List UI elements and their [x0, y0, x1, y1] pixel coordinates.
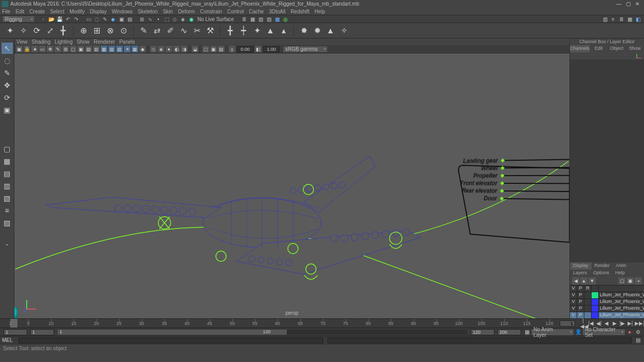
- undo-icon[interactable]: ↶: [64, 15, 71, 23]
- vp-cam-select-icon[interactable]: ▣: [16, 46, 23, 52]
- shelf-parent-icon[interactable]: ╋: [225, 25, 236, 36]
- vp-textured-icon[interactable]: ▨: [116, 46, 123, 52]
- vp-safe-icon[interactable]: ▥: [93, 46, 100, 52]
- layout-two-h-icon[interactable]: ▤: [2, 168, 13, 179]
- tab-options[interactable]: Options: [590, 270, 612, 277]
- paint-tool[interactable]: ✎: [2, 67, 13, 79]
- rotate-tool[interactable]: ⟳: [2, 92, 13, 103]
- manip-axes-icon[interactable]: [635, 53, 642, 59]
- vp-img-plane-icon[interactable]: ▭: [39, 46, 46, 52]
- shelf-wrap-icon[interactable]: ▲: [325, 25, 336, 36]
- render-view-icon[interactable]: ▦: [249, 15, 256, 23]
- vp-2d-pan-icon[interactable]: ✥: [47, 46, 53, 52]
- layer-row[interactable]: VPLilium_Jet_Phoenix_Wh: [570, 305, 644, 312]
- vp-expose-b-icon[interactable]: ▣: [210, 46, 217, 52]
- layer-play-toggle[interactable]: P: [577, 306, 584, 312]
- layer-play-toggle[interactable]: P: [577, 299, 584, 305]
- snap-curve-icon[interactable]: ∿: [146, 15, 154, 23]
- render-globals-icon[interactable]: ▨: [265, 15, 272, 23]
- layout-outliner-icon[interactable]: ≡: [2, 205, 13, 216]
- vp-smooth-icon[interactable]: ▧: [108, 46, 115, 52]
- menu-modify[interactable]: Modify: [69, 9, 84, 14]
- layout-four-icon[interactable]: ▦: [2, 156, 13, 167]
- shelf-mirror-icon[interactable]: ⇄: [151, 25, 162, 36]
- cmd-lang-label[interactable]: MEL: [2, 337, 16, 343]
- menu-windows[interactable]: Windows: [112, 9, 133, 14]
- layer-color-swatch[interactable]: [592, 292, 599, 298]
- shelf-detach-icon[interactable]: ✂: [191, 25, 203, 36]
- tab-object[interactable]: Object: [608, 45, 625, 52]
- tab-display[interactable]: Display: [570, 262, 592, 270]
- layer-row[interactable]: VPLilium_Jet_Phoenix_Whit: [570, 292, 644, 298]
- ipr-icon[interactable]: ▧: [257, 15, 264, 23]
- tab-help[interactable]: Help: [612, 270, 628, 277]
- sidebar-toggle-d-icon[interactable]: ▦: [626, 15, 633, 23]
- vp-colorspace-dropdown[interactable]: sRGB gamma: [283, 46, 328, 53]
- shelf-move-icon[interactable]: ✧: [17, 25, 29, 36]
- shelf-joint-icon[interactable]: ╋: [58, 25, 69, 36]
- snap-plane-icon[interactable]: ⬚: [163, 15, 170, 23]
- vp-gamma-field[interactable]: [263, 46, 280, 52]
- lasso-tool[interactable]: ◌: [2, 55, 13, 66]
- menu-select[interactable]: Select: [50, 9, 64, 14]
- tab-layers[interactable]: Layers: [570, 270, 590, 277]
- lasso-icon[interactable]: ◌: [93, 15, 100, 23]
- sidebar-toggle-b-icon[interactable]: ≡: [610, 15, 617, 23]
- sidebar-toggle-e-icon[interactable]: ◧: [634, 15, 641, 23]
- vp-film-gate-icon[interactable]: ▢: [70, 46, 77, 52]
- workspace-dropdown[interactable]: Rigging: [2, 15, 35, 23]
- new-scene-icon[interactable]: ▫: [40, 15, 47, 23]
- tab-show[interactable]: Show: [626, 45, 644, 52]
- save-scene-icon[interactable]: 💾: [56, 15, 63, 23]
- vp-expose-d-icon[interactable]: ◧: [255, 46, 262, 52]
- render-current-icon[interactable]: ▩: [273, 15, 281, 23]
- shelf-sel-icon[interactable]: ✦: [4, 25, 15, 36]
- shelf-aim-icon[interactable]: ▴: [278, 25, 289, 36]
- maximize-button[interactable]: ▢: [623, 1, 633, 7]
- menu-edit[interactable]: Edit: [15, 9, 24, 14]
- shelf-hammer-icon[interactable]: ⚒: [205, 25, 216, 36]
- shelf-scalec-icon[interactable]: ▲: [265, 25, 276, 36]
- anim-layer-dropdown[interactable]: No Anim Layer: [531, 329, 574, 336]
- redo-icon[interactable]: ↷: [72, 15, 80, 23]
- step-back-icon[interactable]: ◀|: [596, 320, 602, 326]
- paint-select-icon[interactable]: ✎: [101, 15, 108, 23]
- snap-grid-icon[interactable]: ⊞: [138, 15, 145, 23]
- char-set-dropdown[interactable]: No Character Set: [582, 329, 625, 336]
- construct-history-icon[interactable]: ≣: [241, 15, 248, 23]
- menu-display[interactable]: Display: [90, 9, 107, 14]
- vp-expose-a-icon[interactable]: ▢: [203, 46, 209, 52]
- snap-point-icon[interactable]: •: [155, 15, 162, 23]
- layer-ref-toggle[interactable]: [584, 306, 592, 312]
- tab-edit[interactable]: Edit: [590, 45, 608, 52]
- shelf-point-icon[interactable]: ┿: [238, 25, 249, 36]
- vp-expose-c-icon[interactable]: ▤: [218, 46, 225, 52]
- layout-persp-icon[interactable]: ▨: [2, 217, 13, 228]
- tab-channels[interactable]: Channels: [570, 45, 590, 52]
- vp-menu-renderer[interactable]: Renderer: [94, 39, 115, 45]
- sel-mask-icon[interactable]: ▣: [118, 15, 125, 23]
- shelf-paint-icon[interactable]: ✎: [138, 25, 149, 36]
- shelf-smooth-icon[interactable]: ∿: [178, 25, 189, 36]
- vp-gate-mask-icon[interactable]: ▤: [85, 46, 92, 52]
- close-button[interactable]: ✕: [633, 1, 642, 7]
- menu-control[interactable]: Control: [227, 9, 244, 14]
- shelf-pole-icon[interactable]: ✸: [298, 25, 309, 36]
- vp-menu-show[interactable]: Show: [77, 39, 89, 45]
- sel-hilite-icon[interactable]: ◆: [109, 15, 117, 23]
- layout-three-icon[interactable]: ▧: [2, 193, 13, 204]
- vp-cam-lock-icon[interactable]: 🔒: [24, 46, 30, 52]
- script-editor-icon[interactable]: ▤: [634, 337, 641, 344]
- char-set-icon[interactable]: 👤: [575, 329, 582, 336]
- vp-gamma-icon[interactable]: γ: [229, 46, 235, 52]
- snap-live-icon[interactable]: ◈: [179, 15, 187, 23]
- move-tool[interactable]: ✥: [2, 80, 13, 91]
- current-frame-field[interactable]: [560, 320, 575, 327]
- layer-new-empty-icon[interactable]: ▢: [618, 277, 625, 284]
- tab-render[interactable]: Render: [592, 262, 613, 270]
- minimize-button[interactable]: —: [614, 1, 623, 7]
- layer-color-swatch[interactable]: [592, 306, 599, 312]
- step-back-key-icon[interactable]: |◀: [588, 320, 594, 326]
- step-fwd-key-icon[interactable]: ▶|: [627, 320, 633, 326]
- menu-skeleton[interactable]: Skeleton: [138, 9, 158, 14]
